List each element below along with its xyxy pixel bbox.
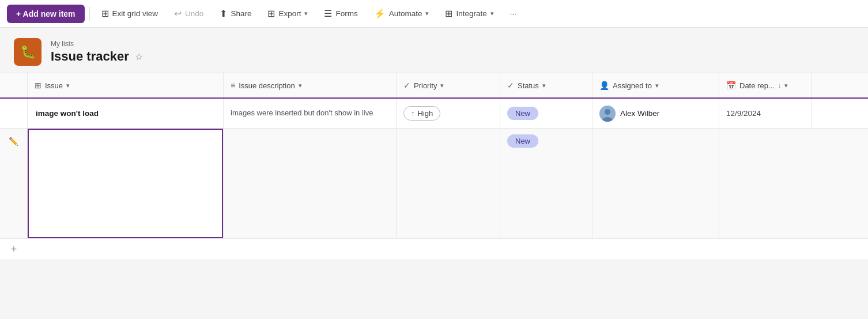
integrate-button[interactable]: ⊞ Integrate ▾: [438, 5, 500, 22]
undo-label: Undo: [185, 9, 203, 18]
date-col-icon: 📅: [726, 81, 736, 90]
assigned-col-icon: 👤: [599, 81, 609, 90]
grid-icon: ⊞: [101, 8, 109, 19]
desc-col-chevron: ▾: [299, 82, 302, 89]
avatar: [599, 106, 616, 122]
add-row-bar: +: [0, 239, 868, 260]
issue-col-label: Issue: [45, 81, 63, 90]
exit-grid-view-button[interactable]: ⊞ Exit grid view: [95, 5, 165, 22]
priority-col-chevron: ▾: [440, 82, 444, 89]
breadcrumb: My lists: [51, 40, 143, 48]
header-text: My lists Issue tracker ☆: [51, 40, 143, 64]
app-icon: 🐛: [14, 38, 41, 66]
undo-button[interactable]: ↩ Undo: [167, 5, 210, 22]
more-options-button[interactable]: ···: [503, 6, 523, 21]
edit-issue-cell[interactable]: [28, 129, 224, 238]
toolbar: + Add new item ⊞ Exit grid view ↩ Undo ⬆…: [0, 0, 868, 28]
bug-icon: 🐛: [20, 44, 36, 59]
date-col-label: Date rep...: [739, 81, 775, 90]
share-button[interactable]: ⬆ Share: [213, 5, 258, 22]
priority-cell[interactable]: ↑ High: [397, 99, 500, 128]
export-icon: ⊞: [267, 8, 275, 19]
forms-button[interactable]: ☰ Forms: [317, 5, 364, 22]
automate-chevron: ▾: [425, 10, 429, 17]
automate-button[interactable]: ⚡ Automate ▾: [367, 5, 436, 22]
grid-header: ⊞ Issue ▾ ≡ Issue description ▾ ✓ Priori…: [0, 73, 868, 99]
automate-icon: ⚡: [374, 8, 386, 19]
col-header-checkbox: [0, 73, 28, 97]
page-title-row: Issue tracker ☆: [51, 49, 143, 64]
edit-description-cell[interactable]: [224, 129, 397, 238]
favorite-button[interactable]: ☆: [135, 51, 143, 62]
assigned-col-label: Assigned to: [613, 81, 652, 90]
table-row: image won't load images were inserted bu…: [0, 99, 868, 129]
add-new-item-button[interactable]: + Add new item: [7, 5, 85, 23]
issue-input[interactable]: [28, 129, 223, 238]
col-header-priority[interactable]: ✓ Priority ▾: [397, 73, 500, 97]
description-cell[interactable]: images were inserted but don't show in l…: [224, 99, 397, 128]
assignee-name: Alex Wilber: [620, 109, 659, 118]
status-col-chevron: ▾: [542, 82, 546, 89]
automate-label: Automate: [389, 9, 422, 18]
integrate-chevron: ▾: [490, 10, 494, 17]
issue-col-icon: ⊞: [35, 81, 41, 90]
svg-point-1: [605, 109, 610, 115]
row-number-cell: [0, 99, 28, 128]
col-header-description[interactable]: ≡ Issue description ▾: [224, 73, 397, 97]
integrate-label: Integrate: [456, 9, 486, 18]
exit-grid-view-label: Exit grid view: [112, 9, 158, 18]
assigned-col-chevron: ▾: [655, 82, 659, 89]
priority-badge: ↑ High: [403, 106, 440, 121]
integrate-icon: ⊞: [445, 8, 452, 19]
status-badge: New: [507, 107, 538, 120]
col-header-date[interactable]: 📅 Date rep... ↓ ▾: [719, 73, 812, 97]
priority-col-label: Priority: [414, 81, 437, 90]
share-icon: ⬆: [220, 8, 227, 19]
forms-icon: ☰: [324, 8, 332, 19]
date-sort-icon: ↓: [778, 82, 782, 89]
assigned-cell[interactable]: Alex Wilber: [592, 99, 719, 128]
undo-icon: ↩: [174, 8, 182, 19]
status-col-icon: ✓: [507, 81, 514, 90]
edit-status-cell[interactable]: New: [500, 129, 592, 238]
edit-row-icon-button[interactable]: ✏️: [7, 136, 20, 147]
issue-cell[interactable]: image won't load: [28, 99, 224, 128]
avatar-image: [599, 106, 616, 122]
page-header: 🐛 My lists Issue tracker ☆: [0, 28, 868, 73]
add-row-button[interactable]: +: [0, 239, 28, 260]
col-header-assigned[interactable]: 👤 Assigned to ▾: [592, 73, 719, 97]
toolbar-separator-1: [89, 7, 90, 21]
date-col-chevron: ▾: [784, 82, 788, 89]
priority-value: High: [418, 109, 433, 118]
issue-col-chevron: ▾: [66, 82, 70, 89]
issue-title: image won't load: [36, 109, 99, 118]
description-text: images were inserted but don't show in l…: [231, 108, 373, 118]
export-chevron: ▾: [304, 10, 308, 17]
share-label: Share: [231, 9, 251, 18]
status-cell[interactable]: New: [500, 99, 592, 128]
assignee-container: Alex Wilber: [599, 106, 659, 122]
export-label: Export: [278, 9, 301, 18]
priority-up-icon: ↑: [411, 109, 415, 118]
date-value: 12/9/2024: [726, 109, 761, 118]
desc-col-icon: ≡: [231, 81, 235, 90]
edit-row-action-col: ✏️: [0, 129, 28, 238]
page-title: Issue tracker: [51, 49, 129, 64]
edit-date-cell[interactable]: [719, 129, 812, 238]
grid-container: ⊞ Issue ▾ ≡ Issue description ▾ ✓ Priori…: [0, 73, 868, 260]
status-col-label: Status: [518, 81, 539, 90]
date-cell[interactable]: 12/9/2024: [719, 99, 812, 128]
desc-col-label: Issue description: [239, 81, 295, 90]
edit-assigned-cell[interactable]: [592, 129, 719, 238]
col-header-issue[interactable]: ⊞ Issue ▾: [28, 73, 224, 97]
col-header-status[interactable]: ✓ Status ▾: [500, 73, 592, 97]
edit-priority-cell[interactable]: [397, 129, 500, 238]
forms-label: Forms: [335, 9, 357, 18]
edit-status-badge: New: [507, 134, 538, 148]
priority-col-icon: ✓: [403, 81, 410, 90]
editing-row: ✏️ New: [0, 129, 868, 239]
more-options-label: ···: [510, 9, 516, 18]
export-button[interactable]: ⊞ Export ▾: [261, 5, 315, 22]
